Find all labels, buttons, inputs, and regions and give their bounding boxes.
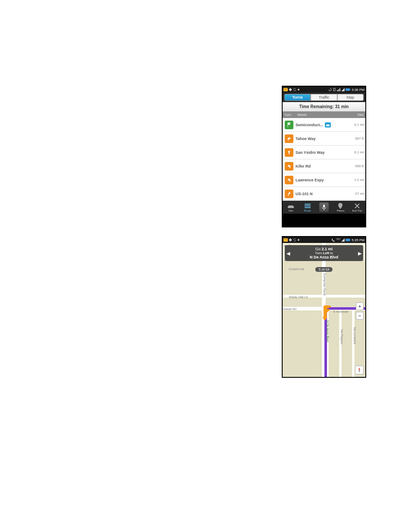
turn-street: Lawrence Expy [296,178,324,182]
svg-marker-23 [358,370,360,373]
svg-marker-15 [289,238,292,242]
status-time: 5:25 PM [352,238,364,242]
bottom-nav: Nav Route Places End Trip [283,201,365,214]
compass-button[interactable] [355,366,364,374]
turn-arrow-icon [321,304,331,321]
diamond-icon [289,238,292,242]
next-step-button[interactable]: ▶ [358,250,361,256]
turn-dist: 1.2 mi [349,178,364,182]
svg-point-2 [298,89,299,90]
svg-marker-22 [358,367,360,370]
mail-icon [283,238,288,242]
wifi-icon [336,238,340,242]
map-label: Sunnyvale-Sarat [323,273,326,296]
map-label: E Homeste [333,310,349,313]
turn-row[interactable]: Kifer Rd 500 ft [283,159,365,173]
col-dist: Dist [349,113,364,117]
svg-marker-1 [289,88,292,91]
tab-turns[interactable]: Turns [284,94,311,101]
prev-step-button[interactable]: ◀ [286,250,290,256]
voice-button[interactable] [319,202,329,212]
turn-row[interactable]: Lawrence Expy 1.2 mi [283,173,365,187]
turn-list: Semiconduct... 0.1 mi Tahoe Way 387 ft S… [283,118,365,201]
svg-rect-9 [350,89,351,90]
turn-row[interactable]: San Ysidro Way 0.1 mi [283,146,365,159]
svg-rect-18 [346,239,350,241]
turn-row[interactable]: US-101 N 27 mi [283,187,365,201]
battery-icon [346,238,351,242]
turn-right-icon [285,134,293,143]
straight-icon [285,148,293,157]
turn-street: San Ysidro Way [296,150,325,155]
phone-icon [332,238,335,242]
time-remaining-bar: Time Remaining: 31 min [283,102,365,112]
flag-icon [285,121,293,129]
turn-street: US-101 N [296,192,313,196]
col-street: Street [297,113,349,117]
screenshot-turns-list: 3:36 PM Turns Traffic Map Time Remaining… [282,86,366,227]
route-label: Route [304,209,311,212]
vibrate-icon [333,88,336,91]
svg-rect-5 [338,89,339,91]
map-block [326,260,365,295]
svg-rect-6 [339,88,340,91]
turn-left-icon [285,176,293,184]
turn-left-icon [285,162,293,171]
svg-rect-13 [323,205,325,208]
dot-icon [297,88,300,91]
end-label: End Trip [352,209,362,212]
map-block [283,311,321,377]
instruction-line3: N De Anza Blvd [292,255,356,259]
map-block [283,298,321,307]
nav-label: Nav [289,209,293,212]
tab-traffic[interactable]: Traffic [311,94,337,101]
bear-right-icon [285,190,293,198]
svg-rect-4 [337,90,338,91]
col-turn: Turn [284,113,297,117]
refresh-icon [328,88,332,91]
zoom-out-button[interactable]: − [356,312,364,320]
map-label: estead Rd [283,308,296,311]
sync-icon [293,88,296,91]
turn-dist: 500 ft [349,164,364,168]
sync-icon [293,238,296,242]
turn-dist: 387 ft [349,137,364,140]
route-button[interactable]: Route [304,203,311,212]
svg-rect-19 [350,240,351,240]
instruction-line2: Turn Left to [292,251,356,255]
signal-icon [341,88,345,91]
diamond-icon [289,88,292,91]
turn-row[interactable]: Semiconduct... 0.1 mi [283,118,365,132]
map-canvas[interactable]: ner Dr Shady Oak Ln estead Rd E Homeste … [283,243,365,377]
pin-icon [336,203,344,209]
zoom-in-button[interactable]: + [356,302,364,310]
car-icon [287,203,295,209]
svg-marker-17 [341,238,345,242]
map-label: Cedarbrook [289,268,305,271]
mic-icon [319,202,329,212]
map-block [342,311,352,377]
screenshot-map-view: 5:25 PM ner Dr [282,236,366,378]
turn-street: Tahoe Way [296,137,316,141]
turn-dist: 0.1 mi [349,123,364,127]
dot-icon [297,239,300,241]
places-button[interactable]: Places [336,203,344,212]
signal-icon [341,238,345,242]
map-label: Shady Oak Ln [289,296,308,299]
nav-button[interactable]: Nav [287,203,295,212]
tab-map[interactable]: Map [337,94,364,101]
battery-icon [346,88,351,91]
compass-icon [356,367,362,373]
turn-street: Kifer Rd [296,164,311,168]
svg-rect-10 [305,204,311,205]
mail-icon [283,88,288,91]
end-trip-button[interactable]: End Trip [352,203,362,212]
turn-instruction-card[interactable]: ◀ ▶ Go 2.1 mi Turn Left to N De Anza Blv… [285,245,363,261]
places-label: Places [336,209,344,212]
instruction-line1: Go 2.1 mi [292,247,356,251]
svg-rect-11 [305,205,311,206]
turn-street: Semiconduct... [296,123,323,127]
list-icon [304,203,311,209]
turn-row[interactable]: Tahoe Way 387 ft [283,132,365,146]
svg-marker-7 [341,88,345,91]
